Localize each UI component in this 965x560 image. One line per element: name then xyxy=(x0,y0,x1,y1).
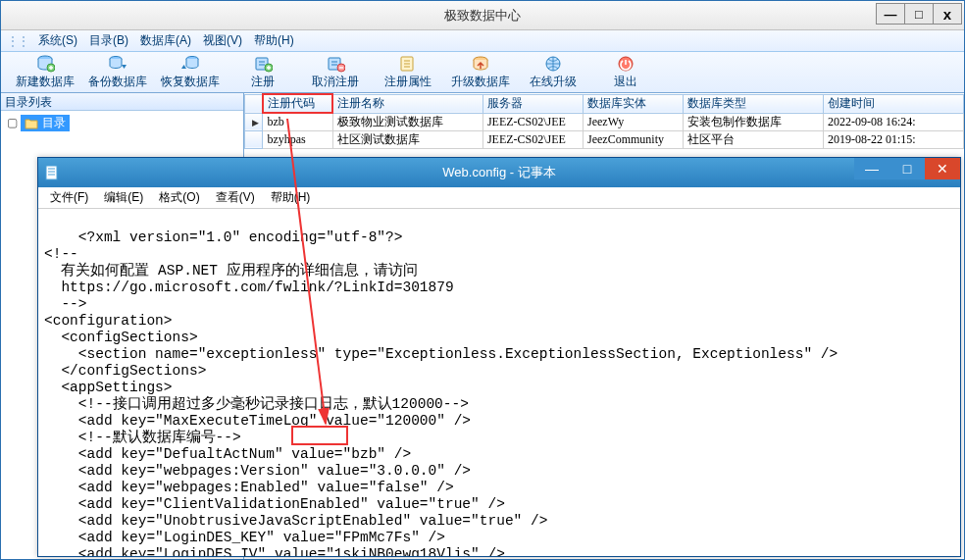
tool-label: 新建数据库 xyxy=(16,74,75,90)
tree-expand-icon[interactable]: ▢ xyxy=(7,116,18,129)
np-menu-format[interactable]: 格式(O) xyxy=(151,187,207,208)
db-new-icon xyxy=(35,55,55,73)
notepad-maximize-button[interactable]: □ xyxy=(889,158,925,179)
grid-table: 注册代码 注册名称 服务器 数据库实体 数据库类型 创建时间 bzb 极致物业测… xyxy=(244,93,964,149)
cell-time: 2022-09-08 16:24: xyxy=(824,113,964,130)
tool-label: 注册属性 xyxy=(384,74,432,90)
notepad-textarea[interactable]: <?xml version="1.0" encoding="utf-8"?> <… xyxy=(38,209,960,556)
notepad-window-controls: — □ ✕ xyxy=(854,158,960,179)
notepad-close-button[interactable]: ✕ xyxy=(925,158,960,179)
menubar: ⋮⋮ 系统(S) 目录(B) 数据库(A) 视图(V) 帮助(H) xyxy=(1,30,964,52)
grid-row[interactable]: bzb 极致物业测试数据库 JEEZ-CS02\JEE JeezWy 安装包制作… xyxy=(245,113,964,130)
cell-code: bzb xyxy=(263,113,332,130)
tool-label: 注册 xyxy=(251,74,275,90)
cell-type: 社区平台 xyxy=(684,130,824,148)
tool-online-upgrade[interactable]: 在线升级 xyxy=(517,53,589,92)
cell-name: 社区测试数据库 xyxy=(332,130,482,148)
tool-unregister[interactable]: 取消注册 xyxy=(299,53,372,92)
main-titlebar[interactable]: 极致数据中心 — □ x xyxy=(1,1,964,30)
tool-upgrade-db[interactable]: 升级数据库 xyxy=(444,53,517,92)
row-indicator xyxy=(245,130,263,148)
np-menu-view[interactable]: 查看(V) xyxy=(208,187,263,208)
db-backup-icon xyxy=(108,55,127,73)
menu-view[interactable]: 视图(V) xyxy=(197,30,248,51)
sidebar-header: 目录列表 xyxy=(1,93,243,111)
online-upgrade-icon xyxy=(543,55,563,73)
tool-label: 升级数据库 xyxy=(451,74,510,90)
menu-database[interactable]: 数据库(A) xyxy=(134,30,197,51)
col-db-entity[interactable]: 数据库实体 xyxy=(584,94,684,113)
folder-icon xyxy=(25,118,38,129)
unregister-icon xyxy=(326,55,345,73)
tree-root-label: 目录 xyxy=(42,115,66,131)
cell-server: JEEZ-CS02\JEE xyxy=(482,130,583,148)
annotation-highlight-box xyxy=(291,426,348,445)
cell-time: 2019-08-22 01:15: xyxy=(824,130,964,148)
tool-exit[interactable]: 退出 xyxy=(589,53,662,92)
tool-new-db[interactable]: 新建数据库 xyxy=(9,53,81,92)
exit-icon xyxy=(616,55,635,73)
main-title: 极致数据中心 xyxy=(1,7,964,25)
close-button[interactable]: x xyxy=(933,3,962,25)
tool-label: 备份数据库 xyxy=(88,74,147,90)
tool-register[interactable]: 注册 xyxy=(227,53,299,92)
cell-name: 极致物业测试数据库 xyxy=(332,113,482,130)
cell-type: 安装包制作数据库 xyxy=(684,113,824,130)
register-icon xyxy=(253,55,273,73)
col-create-time[interactable]: 创建时间 xyxy=(824,94,964,113)
grid-row[interactable]: bzyhpas 社区测试数据库 JEEZ-CS02\JEE JeezCommun… xyxy=(245,130,964,148)
col-register-name[interactable]: 注册名称 xyxy=(332,94,482,113)
notepad-app-icon xyxy=(44,165,60,180)
col-register-code[interactable]: 注册代码 xyxy=(263,94,332,113)
notepad-menubar: 文件(F) 编辑(E) 格式(O) 查看(V) 帮助(H) xyxy=(38,187,960,209)
tool-label: 退出 xyxy=(614,74,637,90)
np-menu-help[interactable]: 帮助(H) xyxy=(263,187,319,208)
grid-header-row: 注册代码 注册名称 服务器 数据库实体 数据库类型 创建时间 xyxy=(245,94,964,113)
notepad-window: Web.config - 记事本 — □ ✕ 文件(F) 编辑(E) 格式(O)… xyxy=(37,157,961,557)
cell-entity: JeezCommunity xyxy=(584,130,684,148)
np-menu-edit[interactable]: 编辑(E) xyxy=(96,187,151,208)
db-restore-icon xyxy=(180,55,200,73)
notepad-title: Web.config - 记事本 xyxy=(38,164,960,181)
upgrade-icon xyxy=(471,55,490,73)
tool-register-props[interactable]: 注册属性 xyxy=(372,53,444,92)
tool-label: 在线升级 xyxy=(530,74,577,90)
menubar-grip-icon: ⋮⋮ xyxy=(7,34,28,48)
toolbar: 新建数据库 备份数据库 恢复数据库 注册 取消注册 注册属性 升级数据库 在线 xyxy=(1,52,964,93)
window-controls: — □ x xyxy=(877,3,962,25)
row-indicator xyxy=(245,113,263,130)
tool-label: 恢复数据库 xyxy=(161,74,220,90)
np-menu-file[interactable]: 文件(F) xyxy=(42,187,96,208)
maximize-button[interactable]: □ xyxy=(904,3,934,25)
menu-help[interactable]: 帮助(H) xyxy=(248,30,300,51)
notepad-titlebar[interactable]: Web.config - 记事本 — □ ✕ xyxy=(38,158,960,187)
cell-code: bzyhpas xyxy=(263,130,332,148)
minimize-button[interactable]: — xyxy=(876,3,905,25)
tree-root-item[interactable]: 目录 xyxy=(21,115,70,131)
notepad-content: <?xml version="1.0" encoding="utf-8"?> <… xyxy=(44,229,838,556)
menu-catalog[interactable]: 目录(B) xyxy=(83,30,134,51)
tool-backup-db[interactable]: 备份数据库 xyxy=(81,53,154,92)
cell-server: JEEZ-CS02\JEE xyxy=(482,113,583,130)
menu-system[interactable]: 系统(S) xyxy=(32,30,83,51)
sidebar-tree: ▢ 目录 xyxy=(1,111,243,135)
col-server[interactable]: 服务器 xyxy=(482,94,583,113)
props-icon xyxy=(398,55,418,73)
tool-label: 取消注册 xyxy=(312,74,359,90)
svg-rect-12 xyxy=(46,166,57,179)
col-db-type[interactable]: 数据库类型 xyxy=(684,94,824,113)
tool-restore-db[interactable]: 恢复数据库 xyxy=(154,53,227,92)
notepad-minimize-button[interactable]: — xyxy=(854,158,889,179)
grid-corner xyxy=(245,94,263,113)
cell-entity: JeezWy xyxy=(584,113,684,130)
